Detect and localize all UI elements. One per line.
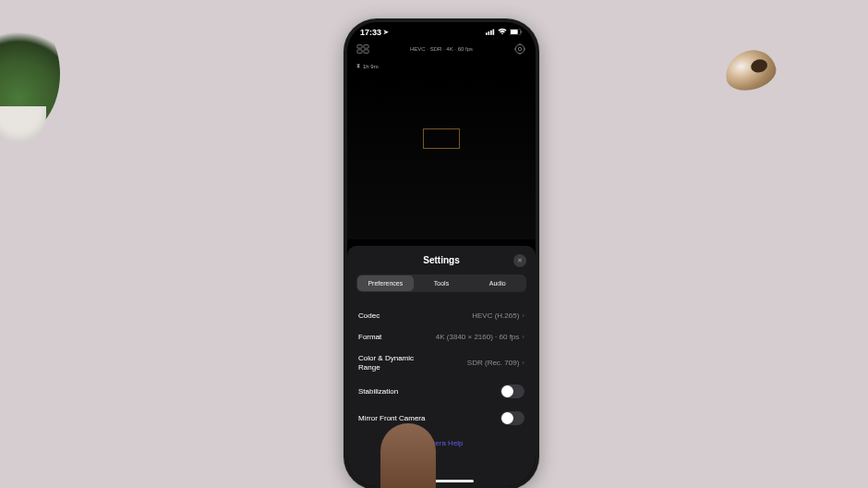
- shell-decoration: [721, 45, 780, 96]
- chevron-right-icon: ›: [522, 333, 524, 341]
- chevron-right-icon: ›: [522, 359, 524, 367]
- svg-rect-3: [493, 30, 495, 35]
- svg-rect-0: [486, 32, 488, 35]
- row-format[interactable]: Format 4K (3840 × 2160) · 60 fps ›: [358, 326, 524, 348]
- tab-preferences[interactable]: Preferences: [357, 275, 414, 291]
- status-time: 17:33: [360, 28, 381, 37]
- notch: [409, 22, 474, 37]
- close-icon: ✕: [517, 257, 523, 264]
- svg-rect-8: [357, 50, 362, 54]
- wifi-icon: [498, 28, 507, 37]
- row-mirror-front-camera: Mirror Front Camera: [358, 405, 524, 432]
- row-stabilization: Stabilization: [358, 378, 524, 405]
- finger: [380, 423, 436, 488]
- close-button[interactable]: ✕: [513, 254, 526, 267]
- svg-rect-7: [357, 45, 362, 49]
- stabilization-toggle[interactable]: [500, 384, 524, 398]
- mirror-toggle[interactable]: [500, 411, 524, 425]
- settings-title: Settings: [423, 255, 459, 265]
- battery-icon: [510, 28, 523, 37]
- svg-rect-5: [511, 30, 518, 34]
- format-label: Format: [358, 333, 381, 341]
- location-icon: ➤: [383, 29, 389, 36]
- svg-rect-2: [490, 30, 492, 35]
- svg-point-12: [518, 47, 522, 51]
- row-color-range[interactable]: Color & Dynamic Range SDR (Rec. 709) ›: [358, 348, 524, 378]
- format-summary[interactable]: HEVC · SDR · 4K · 60 fps: [410, 46, 473, 52]
- svg-point-11: [515, 44, 524, 54]
- codec-label: Codec: [358, 311, 380, 320]
- format-value: 4K (3840 × 2160) · 60 fps: [436, 333, 520, 341]
- camera-app-header: HEVC · SDR · 4K · 60 fps: [347, 39, 536, 59]
- settings-sheet: Settings ✕ Preferences Tools Audio Codec…: [347, 246, 536, 486]
- phone-frame: 17:33 ➤ HEVC · SDR · 4K · 60 fps: [344, 18, 539, 488]
- timer-value: 1h 9m: [363, 64, 379, 69]
- tab-tools[interactable]: Tools: [414, 275, 470, 291]
- svg-rect-10: [364, 50, 368, 54]
- settings-tabs[interactable]: Preferences Tools Audio: [356, 274, 526, 292]
- settings-list: Codec HEVC (H.265) › Format 4K (3840 × 2…: [347, 299, 536, 432]
- tab-audio[interactable]: Audio: [469, 275, 525, 291]
- svg-rect-6: [521, 30, 522, 32]
- media-library-icon[interactable]: [356, 43, 369, 55]
- plant-decoration: [0, 14, 60, 134]
- codec-value: HEVC (H.265): [472, 311, 519, 320]
- hourglass-icon: ⧗: [356, 63, 360, 69]
- color-range-value: SDR (Rec. 709): [467, 359, 519, 367]
- camera-viewfinder[interactable]: [347, 73, 536, 239]
- sheet-header: Settings ✕: [347, 246, 536, 274]
- focus-frame: [423, 128, 460, 149]
- color-range-label: Color & Dynamic Range: [358, 354, 432, 372]
- stabilization-label: Stabilization: [358, 387, 398, 396]
- phone-screen: 17:33 ➤ HEVC · SDR · 4K · 60 fps: [347, 22, 536, 486]
- camera-help-link[interactable]: Camera Help: [347, 432, 536, 451]
- settings-gear-icon[interactable]: [513, 43, 526, 55]
- svg-rect-9: [364, 45, 368, 49]
- chevron-right-icon: ›: [522, 311, 524, 320]
- row-codec[interactable]: Codec HEVC (H.265) ›: [358, 305, 524, 326]
- mirror-label: Mirror Front Camera: [358, 414, 425, 422]
- cellular-icon: [486, 28, 495, 37]
- svg-rect-1: [488, 31, 490, 35]
- recording-time-remaining: ⧗ 1h 9m: [347, 59, 536, 73]
